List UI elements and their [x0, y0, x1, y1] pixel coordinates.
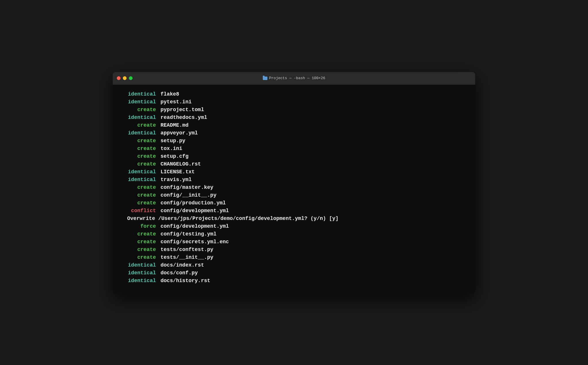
- terminal-line: identicalpytest.ini: [121, 98, 467, 106]
- terminal-line: forceconfig/development.yml: [121, 223, 467, 230]
- terminal-line: identicaldocs/history.rst: [121, 277, 467, 285]
- terminal-line: createtox.ini: [121, 145, 467, 153]
- status-label: create: [121, 199, 156, 207]
- status-label: identical: [121, 129, 156, 137]
- traffic-lights: [117, 76, 133, 80]
- file-name: config/development.yml: [161, 207, 229, 215]
- status-label: identical: [121, 277, 156, 285]
- file-name: config/__init__.py: [161, 191, 216, 199]
- terminal-line: createtests/conftest.py: [121, 246, 467, 254]
- status-label: identical: [121, 98, 156, 106]
- titlebar: Projects — -bash — 100×26: [113, 72, 475, 85]
- status-label: create: [121, 106, 156, 114]
- terminal-line: createconfig/__init__.py: [121, 191, 467, 199]
- terminal-line: createconfig/testing.yml: [121, 230, 467, 238]
- status-label: create: [121, 153, 156, 160]
- file-name: pytest.ini: [161, 98, 192, 106]
- terminal-line: createREADME.md: [121, 121, 467, 129]
- file-name: config/development.yml: [161, 223, 229, 230]
- file-name: config/master.key: [161, 184, 213, 191]
- file-name: docs/index.rst: [161, 261, 204, 269]
- terminal-line: identicalLICENSE.txt: [121, 168, 467, 176]
- file-name: LICENSE.txt: [161, 168, 195, 176]
- file-name: tests/__init__.py: [161, 254, 213, 261]
- terminal-line: identicalreadthedocs.yml: [121, 114, 467, 121]
- file-name: docs/conf.py: [161, 269, 198, 277]
- file-name: tests/conftest.py: [161, 246, 213, 254]
- status-label: create: [121, 145, 156, 153]
- terminal-line: identicaldocs/conf.py: [121, 269, 467, 277]
- status-label: identical: [121, 114, 156, 121]
- status-label: create: [121, 238, 156, 246]
- close-button[interactable]: [117, 76, 121, 80]
- file-name: pyproject.toml: [161, 106, 204, 114]
- terminal-line: identicalappveyor.yml: [121, 129, 467, 137]
- status-label: identical: [121, 90, 156, 98]
- status-label: identical: [121, 269, 156, 277]
- file-name: flake8: [161, 90, 179, 98]
- file-name: setup.py: [161, 137, 185, 145]
- title-text: Projects — -bash — 100×26: [269, 76, 325, 80]
- terminal-line: createsetup.cfg: [121, 153, 467, 160]
- file-name: config/secrets.yml.enc: [161, 238, 229, 246]
- status-label: force: [121, 223, 156, 230]
- overwrite-prompt: Overwrite /Users/jps/Projects/demo/confi…: [121, 215, 467, 223]
- terminal-line: createconfig/production.yml: [121, 199, 467, 207]
- status-label: create: [121, 230, 156, 238]
- terminal-line: identicaldocs/index.rst: [121, 261, 467, 269]
- file-name: docs/history.rst: [161, 277, 210, 285]
- window-title: Projects — -bash — 100×26: [263, 76, 325, 80]
- status-label: identical: [121, 261, 156, 269]
- status-label: conflict: [121, 207, 156, 215]
- file-name: readthedocs.yml: [161, 114, 207, 121]
- file-name: setup.cfg: [161, 153, 188, 160]
- terminal-window: Projects — -bash — 100×26 identicalflake…: [113, 72, 475, 293]
- file-name: README.md: [161, 121, 188, 129]
- file-name: config/testing.yml: [161, 230, 216, 238]
- status-label: create: [121, 160, 156, 168]
- terminal-line: identicalflake8: [121, 90, 467, 98]
- status-label: create: [121, 121, 156, 129]
- status-label: identical: [121, 176, 156, 184]
- folder-icon: [263, 77, 267, 80]
- terminal-line: identicaltravis.yml: [121, 176, 467, 184]
- status-label: create: [121, 191, 156, 199]
- terminal-line: createconfig/master.key: [121, 184, 467, 191]
- terminal-line: createCHANGELOG.rst: [121, 160, 467, 168]
- terminal-line: createsetup.py: [121, 137, 467, 145]
- maximize-button[interactable]: [129, 76, 133, 80]
- terminal-line: createpyproject.toml: [121, 106, 467, 114]
- file-name: travis.yml: [161, 176, 192, 184]
- minimize-button[interactable]: [123, 76, 127, 80]
- terminal-line: createconfig/secrets.yml.enc: [121, 238, 467, 246]
- status-label: create: [121, 137, 156, 145]
- terminal-body[interactable]: identicalflake8identicalpytest.inicreate…: [113, 85, 475, 293]
- status-label: create: [121, 184, 156, 191]
- terminal-line: conflictconfig/development.yml: [121, 207, 467, 215]
- terminal-line: createtests/__init__.py: [121, 254, 467, 261]
- status-label: create: [121, 246, 156, 254]
- status-label: create: [121, 254, 156, 261]
- file-name: tox.ini: [161, 145, 182, 153]
- file-name: config/production.yml: [161, 199, 226, 207]
- file-name: CHANGELOG.rst: [161, 160, 201, 168]
- file-name: appveyor.yml: [161, 129, 198, 137]
- status-label: identical: [121, 168, 156, 176]
